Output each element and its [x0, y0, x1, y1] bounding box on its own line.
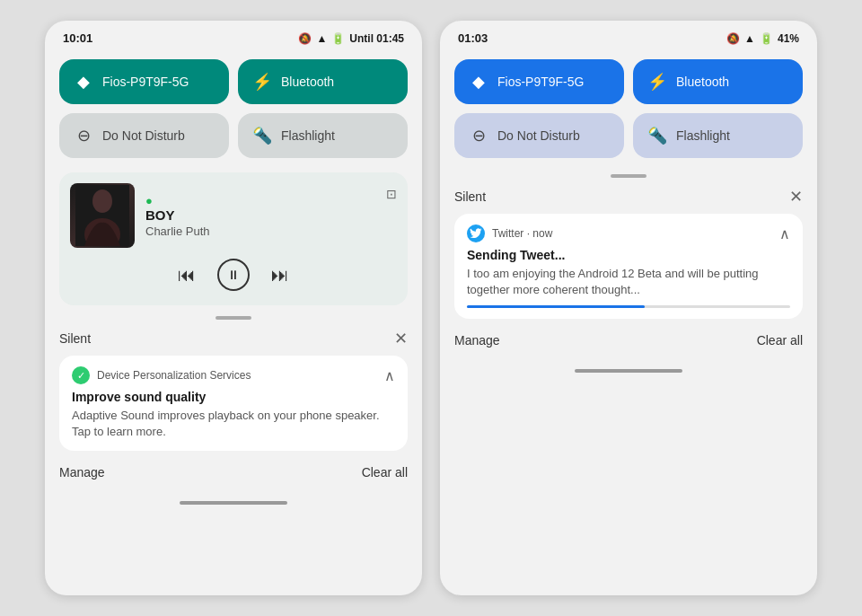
battery-icon-2: 🔋: [760, 32, 773, 45]
battery-text-1: Until 01:45: [349, 32, 404, 45]
dnd-icon-tile-1: ⊖: [74, 126, 93, 145]
progress-bar-fill-2: [467, 305, 645, 308]
music-artist-1: Charlie Puth: [145, 224, 210, 238]
tile-dnd-2[interactable]: ⊖ Do Not Disturb: [454, 113, 624, 158]
notif-app-icon-1: ✓: [72, 366, 90, 384]
notif-title-1: Improve sound quality: [72, 390, 395, 404]
pause-btn[interactable]: ⏸: [217, 259, 250, 291]
wifi-icon-1: ▲: [316, 32, 327, 45]
notif-expand-2[interactable]: ∧: [779, 225, 790, 242]
svg-point-1: [92, 189, 112, 213]
tile-bluetooth-1[interactable]: ⚡ Bluetooth: [238, 59, 408, 104]
tile-bluetooth-label-2: Bluetooth: [676, 75, 729, 89]
music-player-1: ● BOY Charlie Puth ⊡ ⏮ ⏸ ⏭: [59, 172, 408, 305]
action-row-2: Manage Clear all: [440, 330, 817, 362]
spotify-badge: ●: [145, 194, 210, 207]
scroll-indicator-2: [611, 174, 646, 178]
phone-1: 10:01 🔕 ▲ 🔋 Until 01:45 ◆ Fios-P9T9F-5G …: [45, 21, 422, 595]
status-right-1: 🔕 ▲ 🔋 Until 01:45: [298, 32, 404, 45]
bluetooth-icon-tile-1: ⚡: [252, 72, 272, 92]
time-2: 01:03: [458, 31, 488, 45]
wifi-icon-tile-2: ◆: [469, 72, 488, 92]
tile-dnd-1[interactable]: ⊖ Do Not Disturb: [59, 113, 229, 158]
flashlight-icon-tile-2: 🔦: [647, 126, 667, 145]
notif-app-name-1: Device Personalization Services: [97, 369, 251, 382]
skip-back-btn[interactable]: ⏮: [178, 265, 196, 286]
skip-forward-btn[interactable]: ⏭: [271, 265, 289, 286]
music-title-1: BOY: [145, 207, 210, 223]
tile-bluetooth-2[interactable]: ⚡ Bluetooth: [633, 59, 803, 104]
home-bar-2: [575, 369, 682, 373]
manage-btn-1[interactable]: Manage: [59, 465, 105, 480]
tile-flashlight-label-1: Flashlight: [281, 128, 335, 143]
tile-dnd-label-2: Do Not Disturb: [497, 128, 580, 143]
quick-tiles-1: ◆ Fios-P9T9F-5G ⚡ Bluetooth ⊖ Do Not Dis…: [45, 52, 422, 169]
silent-close-btn-1[interactable]: ✕: [394, 329, 408, 348]
scroll-indicator-1: [216, 316, 251, 320]
wifi-icon-tile-1: ◆: [74, 72, 93, 92]
time-1: 10:01: [63, 31, 92, 45]
tile-wifi-label-2: Fios-P9T9F-5G: [497, 75, 584, 89]
manage-btn-2[interactable]: Manage: [454, 333, 500, 348]
silent-section-1: Silent ✕ ✓ Device Personalization Servic…: [45, 329, 422, 451]
silent-label-2: Silent: [454, 189, 486, 204]
progress-bar-2: [467, 305, 790, 308]
tile-wifi-1[interactable]: ◆ Fios-P9T9F-5G: [59, 59, 229, 104]
silent-header-2: Silent ✕: [454, 187, 803, 207]
wifi-icon-2: ▲: [744, 32, 755, 45]
bluetooth-icon-tile-2: ⚡: [647, 72, 667, 92]
phone-2: 01:03 🔕 ▲ 🔋 41% ◆ Fios-P9T9F-5G ⚡ Blueto…: [440, 21, 817, 595]
tile-wifi-2[interactable]: ◆ Fios-P9T9F-5G: [454, 59, 624, 104]
notif-card-1: ✓ Device Personalization Services ∧ Impr…: [59, 356, 408, 451]
silent-close-btn-2[interactable]: ✕: [789, 187, 803, 207]
spotify-icon: ●: [145, 194, 153, 207]
silent-section-2: Silent ✕ Twitter · now: [440, 187, 817, 319]
battery-pct-2: 41%: [778, 32, 799, 45]
action-row-1: Manage Clear all: [45, 462, 422, 494]
silent-label-1: Silent: [59, 331, 91, 346]
notif-app-name-2: Twitter · now: [492, 227, 552, 240]
clear-all-btn-2[interactable]: Clear all: [757, 333, 803, 348]
silent-icon-1: 🔕: [298, 32, 312, 45]
dnd-icon-tile-2: ⊖: [469, 126, 488, 145]
tile-wifi-label-1: Fios-P9T9F-5G: [102, 75, 189, 89]
tile-flashlight-label-2: Flashlight: [676, 128, 730, 143]
album-art-1: [70, 183, 135, 248]
tile-flashlight-2[interactable]: 🔦 Flashlight: [633, 113, 803, 158]
home-bar-1: [180, 501, 287, 505]
silent-icon-2: 🔕: [726, 32, 740, 45]
status-bar-2: 01:03 🔕 ▲ 🔋 41%: [440, 21, 817, 52]
silent-header-1: Silent ✕: [59, 329, 408, 348]
tile-flashlight-1[interactable]: 🔦 Flashlight: [238, 113, 408, 158]
cast-icon-1: ⊡: [386, 187, 397, 201]
tile-dnd-label-1: Do Not Disturb: [102, 128, 185, 143]
battery-icon-1: 🔋: [331, 32, 345, 45]
notif-body-1: Adaptive Sound improves playback on your…: [72, 408, 395, 440]
clear-all-btn-1[interactable]: Clear all: [362, 465, 408, 480]
status-right-2: 🔕 ▲ 🔋 41%: [726, 32, 799, 45]
notif-app-icon-2: [467, 224, 485, 242]
music-controls-1[interactable]: ⏮ ⏸ ⏭: [70, 255, 397, 295]
notif-title-2: Sending Tweet...: [467, 248, 790, 262]
flashlight-icon-tile-1: 🔦: [252, 126, 272, 145]
status-bar-1: 10:01 🔕 ▲ 🔋 Until 01:45: [45, 21, 422, 52]
tile-bluetooth-label-1: Bluetooth: [281, 75, 334, 89]
quick-tiles-2: ◆ Fios-P9T9F-5G ⚡ Bluetooth ⊖ Do Not Dis…: [440, 52, 817, 169]
notif-card-2: Twitter · now ∧ Sending Tweet... I too a…: [454, 214, 803, 319]
notif-body-2: I too am enjoying the Android 12 Beta an…: [467, 266, 790, 298]
notif-expand-1[interactable]: ∧: [384, 367, 395, 384]
